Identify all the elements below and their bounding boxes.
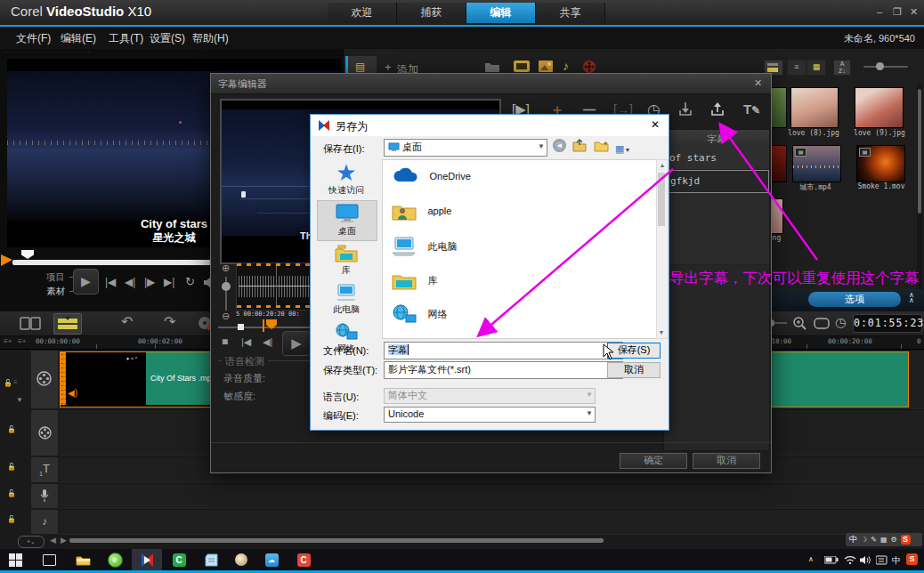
sidebar-quick-access[interactable]: ★ 快速访问 — [317, 161, 376, 197]
file-list-scrollbar[interactable]: ▲ ▼ — [656, 159, 669, 339]
tab-welcome[interactable]: 欢迎 — [328, 3, 397, 23]
sort-az-button[interactable]: AZ↓ — [833, 60, 851, 76]
editor-stepback-button[interactable]: ◀| — [263, 336, 272, 348]
edit-text-icon[interactable]: T✎ — [743, 101, 760, 117]
track1-lock-icon[interactable]: 🔓 — [4, 379, 12, 387]
mode-project-label[interactable]: 项目 — [46, 271, 65, 284]
ime-pen-icon[interactable]: ✎ — [871, 536, 877, 544]
editor-play-button[interactable]: ▶ — [282, 331, 311, 356]
track5-lock-icon[interactable]: 🔓 — [7, 515, 16, 523]
add-icon[interactable]: + — [385, 61, 392, 73]
import-subtitle-icon[interactable] — [677, 101, 693, 117]
file-item-network[interactable]: 网络 — [392, 304, 447, 324]
thumb-size-knob[interactable] — [876, 62, 884, 70]
save-dialog-close[interactable]: ✕ — [651, 118, 660, 131]
scroll-left-button[interactable]: ◀ — [50, 537, 56, 545]
voice-track-header[interactable] — [30, 483, 59, 509]
zoom-in-icon[interactable] — [792, 316, 806, 330]
ime-keyboard-icon[interactable]: ▦ — [880, 536, 888, 544]
save-dialog-titlebar[interactable]: 另存为 ✕ — [311, 115, 669, 136]
editor-stop-button[interactable]: ■ — [222, 335, 228, 348]
export-subtitle-icon[interactable] — [709, 101, 725, 117]
explorer-taskbar-icon[interactable] — [69, 549, 96, 570]
sidebar-libraries[interactable]: 库 — [317, 245, 376, 277]
overlay-track-header[interactable] — [30, 409, 59, 456]
tab-share[interactable]: 共享 — [536, 3, 605, 23]
thumb-love8[interactable] — [790, 87, 839, 128]
filter-motion-icon[interactable] — [582, 60, 596, 74]
file-item-apple[interactable]: apple — [392, 201, 451, 221]
view-list-button[interactable]: ≡ — [787, 60, 806, 76]
track-toggle-icon-1[interactable]: ≡+ — [4, 338, 12, 345]
editor-prev-button[interactable]: |◀ — [241, 336, 251, 348]
file-name-combo[interactable]: 字幕 ▼ — [384, 342, 623, 359]
filter-video-icon[interactable] — [513, 60, 531, 73]
scroll-right-button[interactable]: ▶ — [61, 537, 67, 545]
collapse-chevron[interactable]: ∧∧ — [904, 289, 919, 311]
timeline-hscrollbar[interactable] — [69, 538, 604, 543]
track1-ripple-icon[interactable]: ≡ — [13, 379, 18, 386]
battery-icon[interactable] — [824, 556, 839, 564]
subtitle-editor-titlebar[interactable]: 字幕编辑器 ✕ — [211, 74, 771, 94]
redo-button[interactable]: ↷ — [164, 315, 175, 329]
duration-clock-icon[interactable]: ◷ — [835, 315, 846, 329]
track2-lock-icon[interactable]: 🔓 — [7, 425, 16, 433]
tab-capture[interactable]: 捕获 — [397, 3, 466, 23]
menu-file[interactable]: 文件(F) — [16, 31, 51, 46]
tray-lang-indicator[interactable]: 中 — [892, 554, 901, 567]
timecode-display[interactable]: 0:01:55:23 — [853, 314, 922, 333]
videostudio-taskbar-icon[interactable] — [132, 549, 162, 572]
encoding-combo[interactable]: Unicode ▼ — [384, 407, 596, 423]
scrollbar-thumb[interactable] — [658, 173, 665, 226]
home-button[interactable]: |◀ — [105, 277, 116, 287]
ime-moon-icon[interactable]: ☽ — [861, 536, 867, 544]
menu-help[interactable]: 帮助(H) — [192, 31, 229, 46]
video-track-header[interactable] — [30, 350, 59, 409]
ime-toolbar[interactable]: 中 ☽ ✎ ▦ ⚙ S — [846, 533, 922, 546]
wave-zoomin-icon[interactable]: ⊕ — [222, 262, 230, 274]
editor-ok-button[interactable]: 确定 — [620, 453, 687, 469]
track3-lock-icon[interactable]: 🔓 — [7, 463, 16, 471]
browser-taskbar-icon[interactable]: e — [101, 549, 128, 570]
scroll-up-arrow[interactable]: ▲ — [657, 160, 668, 171]
tray-expand-icon[interactable]: ∧ — [808, 555, 814, 563]
subtitle-row-empty[interactable] — [664, 193, 769, 265]
restore-button[interactable]: ❐ — [893, 6, 902, 18]
file-type-combo[interactable]: 影片字幕文件(*.srt) ▼ — [384, 361, 623, 379]
wifi-icon[interactable] — [844, 555, 856, 564]
subtitle-row-2[interactable]: gfkjd — [664, 170, 769, 193]
fox-taskbar-icon[interactable] — [228, 549, 255, 570]
track4-lock-icon[interactable]: 🔓 — [7, 489, 16, 497]
task-view-button[interactable] — [36, 549, 62, 570]
scrubber-marker[interactable] — [21, 250, 34, 259]
save-in-combo-arrow[interactable]: ▼ — [538, 140, 545, 154]
ime-lang-icon[interactable]: 中 — [849, 534, 857, 545]
new-folder-icon[interactable]: ✦ — [594, 139, 609, 152]
clip-trim-handle[interactable] — [61, 352, 66, 405]
thumb-smoke[interactable]: ▤ — [856, 145, 905, 182]
repeat-button[interactable]: ↻ — [185, 276, 195, 287]
tab-edit[interactable]: 编辑 — [466, 3, 536, 23]
track-toggle-icon-2[interactable]: ≡+ — [18, 338, 26, 345]
scroll-down-arrow[interactable]: ▼ — [657, 327, 666, 338]
step-forward-button[interactable]: |▶ — [144, 277, 155, 287]
waveform-box[interactable] — [236, 262, 318, 311]
save-button[interactable]: 保存(S) — [607, 343, 661, 359]
undo-button[interactable]: ↶ — [121, 315, 133, 329]
library-scrollbar-thumb[interactable] — [918, 89, 921, 214]
subtitle-editor-close[interactable]: ✕ — [754, 77, 762, 89]
thumb-love9[interactable] — [855, 87, 904, 128]
wave-zoomout-icon[interactable]: ⊖ — [222, 311, 230, 322]
ime-tools-icon[interactable]: ⚙ — [890, 536, 896, 544]
play-button[interactable]: ▶ — [73, 269, 99, 295]
file-item-onedrive[interactable]: OneDrive — [392, 167, 471, 185]
filter-photo-icon[interactable] — [538, 60, 554, 73]
start-button[interactable] — [2, 549, 28, 570]
thumb-partial-2[interactable] — [769, 145, 787, 182]
redc-taskbar-icon[interactable]: C — [290, 549, 317, 570]
voice-track[interactable] — [30, 483, 924, 509]
action-center-icon[interactable] — [876, 555, 888, 566]
clip-city-of-stars[interactable]: ◀) ♦ ≈ * City Of Stars .mp — [60, 351, 212, 408]
editor-cancel-button[interactable]: 取消 — [693, 453, 760, 469]
timeline-view-button[interactable] — [53, 313, 82, 335]
